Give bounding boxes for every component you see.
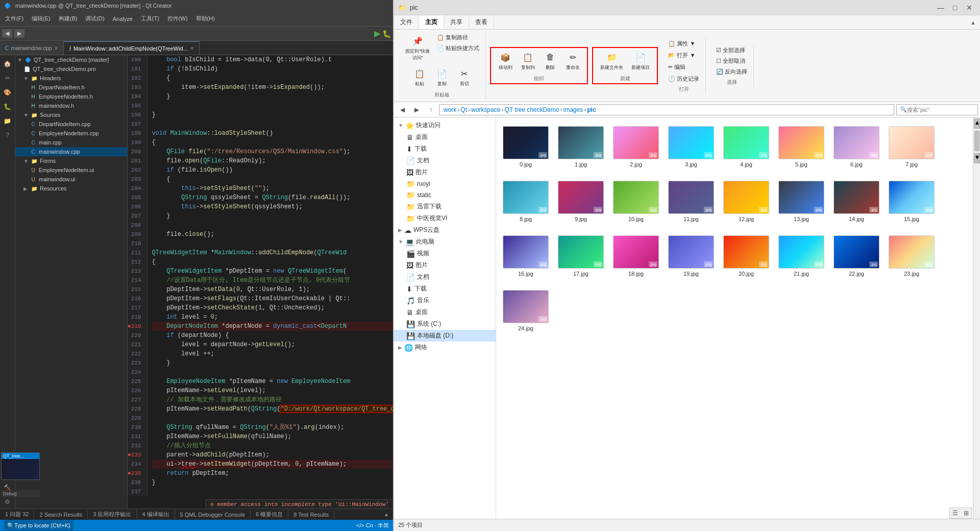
- forward-button[interactable]: ▶: [14, 29, 24, 38]
- menu-debug[interactable]: 调试(D): [82, 14, 107, 23]
- ribbon-delete[interactable]: 🗑 删除: [540, 49, 560, 73]
- tab-addchild[interactable]: ⨍ MainWindow::addChildEmpNode(QTreeWid..…: [64, 41, 200, 55]
- file-item-8.jpg[interactable]: .jpg 8.jpg: [500, 176, 551, 227]
- tree-mainwindow-cpp[interactable]: C mainwindow.cpp: [15, 147, 127, 156]
- path-work[interactable]: work: [444, 106, 456, 113]
- sidebar-debug[interactable]: 🐛: [1, 100, 14, 113]
- ribbon-open[interactable]: 📂 打开 ▼: [666, 51, 701, 60]
- menu-build[interactable]: 构建(B): [56, 14, 81, 23]
- status-code[interactable]: </> Cn · 半简: [356, 522, 389, 529]
- nav-up[interactable]: ↑: [425, 104, 437, 116]
- ribbon-select-all[interactable]: ☑ 全部选择: [714, 45, 749, 55]
- tab-close[interactable]: ✕: [54, 45, 58, 51]
- maximize-button[interactable]: □: [948, 1, 962, 14]
- file-item-4.jpg[interactable]: .jpg 4.jpg: [721, 122, 772, 172]
- file-item-23.jpg[interactable]: .jpg 23.jpg: [886, 231, 937, 281]
- ribbon-new-folder[interactable]: 📁 新建文件夹: [597, 49, 626, 73]
- tree-forms-folder[interactable]: ▼ 📁 Forms: [15, 156, 127, 165]
- tree-headers-folder[interactable]: ▼ 📁 Headers: [15, 74, 127, 83]
- file-item-7.jpg[interactable]: .jpg 7.jpg: [886, 122, 937, 172]
- file-item-14.jpg[interactable]: .jpg 14.jpg: [831, 176, 882, 227]
- tree-employee-h[interactable]: H EmployeeNodeItem.h: [15, 92, 127, 101]
- ribbon-deselect[interactable]: ☐ 全部取消: [714, 56, 749, 66]
- file-item-18.jpg[interactable]: .jpg 18.jpg: [610, 231, 662, 281]
- nav-documents[interactable]: 📄 文档: [394, 155, 496, 166]
- scroll-up[interactable]: ▲: [974, 118, 980, 129]
- minimize-button[interactable]: —: [934, 1, 947, 14]
- nav-xunlei[interactable]: 📁 迅雷下载: [394, 201, 496, 212]
- menu-tools[interactable]: 工具(T): [138, 14, 162, 23]
- file-item-1.jpg[interactable]: .jpg 1.jpg: [555, 122, 606, 172]
- nav-this-pc[interactable]: ▼ 💻 此电脑: [394, 236, 496, 248]
- ribbon-properties[interactable]: 📋 属性 ▼: [666, 39, 701, 49]
- nav-pictures[interactable]: 🖼 图片: [394, 166, 496, 178]
- path-project[interactable]: QT tree checkDemo: [504, 106, 559, 113]
- search-locate[interactable]: 🔍 Type to locate (Ctrl+K): [4, 520, 74, 531]
- sidebar-design[interactable]: 🎨: [1, 86, 14, 99]
- path-images[interactable]: images: [564, 106, 583, 113]
- scroll-thumb[interactable]: [974, 131, 979, 151]
- nav-down2[interactable]: ⬇ 下载: [394, 283, 496, 295]
- file-item-13.jpg[interactable]: .jpg 13.jpg: [776, 176, 827, 227]
- ribbon-tab-view[interactable]: 查看: [469, 15, 494, 29]
- ribbon-tab-home[interactable]: 主页: [419, 15, 444, 29]
- file-item-15.jpg[interactable]: .jpg 15.jpg: [886, 176, 937, 227]
- tab-app-output[interactable]: 3 应用程序输出: [88, 510, 137, 519]
- ribbon-copy-to[interactable]: 📋 复制到: [518, 49, 538, 73]
- path-pic[interactable]: pic: [587, 106, 596, 113]
- nav-music[interactable]: 🎵 音乐: [394, 295, 496, 306]
- file-item-24.jpg[interactable]: .jpg 24.jpg: [500, 285, 551, 336]
- tree-depart-h[interactable]: H DepartNodeItem.h: [15, 83, 127, 92]
- menu-analyze[interactable]: Analyze: [110, 15, 136, 23]
- ribbon-collapse[interactable]: ▲: [966, 15, 980, 29]
- menu-file[interactable]: 文件(F): [2, 14, 27, 23]
- scrollbar[interactable]: ▲ ▼: [973, 117, 980, 519]
- ribbon-tab-share[interactable]: 共享: [444, 15, 469, 29]
- ribbon-edit[interactable]: ✏ 编辑: [666, 62, 701, 72]
- ribbon-tab-file[interactable]: 文件: [394, 15, 419, 29]
- ribbon-invert[interactable]: 🔄 反向选择: [714, 67, 749, 77]
- ribbon-pin-quick[interactable]: 📌 固定到"快速访问": [402, 33, 433, 63]
- nav-back[interactable]: ◀: [396, 104, 408, 116]
- tree-depart-cpp[interactable]: C DepartNodeItem.cpp: [15, 119, 127, 129]
- sidebar-edit[interactable]: ✏: [1, 71, 14, 85]
- file-item-0.jpg[interactable]: .jpg 0.jpg: [500, 122, 551, 172]
- ribbon-copy-path[interactable]: 📋 复制路径: [435, 33, 481, 42]
- menu-edit[interactable]: 编辑(E): [29, 14, 54, 23]
- file-item-12.jpg[interactable]: .jpg 12.jpg: [721, 176, 772, 227]
- ribbon-move-to[interactable]: 📦 移动到: [495, 49, 516, 73]
- nav-pic2[interactable]: 🖼 图片: [394, 259, 496, 271]
- nav-zhongyi[interactable]: 📁 中医视觉VI: [394, 212, 496, 224]
- close-button[interactable]: ✕: [963, 1, 976, 14]
- file-item-16.jpg[interactable]: .jpg 16.jpg: [500, 231, 551, 281]
- tree-employee-ui[interactable]: U EmployeeNodeItem.ui: [15, 165, 127, 175]
- search-box[interactable]: 🔍: [896, 104, 978, 115]
- tab-overview[interactable]: 6 概要信息: [251, 510, 288, 519]
- tree-employee-cpp[interactable]: C EmployeeNodeItem.cpp: [15, 129, 127, 138]
- ribbon-cut[interactable]: ✂ 剪切: [454, 65, 475, 89]
- nav-desk2[interactable]: 🖥 桌面: [394, 306, 496, 318]
- tree-root[interactable]: ▼ 🔷 QT_tree_checkDemo [master]: [15, 55, 127, 64]
- ribbon-rename[interactable]: ✏ 重命名: [562, 49, 583, 73]
- tree-pro-file[interactable]: 📄 QT_tree_checkDemo.pro: [15, 64, 127, 74]
- sidebar-welcome[interactable]: 🏠: [1, 57, 14, 70]
- toolbar-run[interactable]: ▶: [374, 29, 380, 38]
- nav-downloads[interactable]: ⬇ 下载: [394, 143, 496, 155]
- back-button[interactable]: ◀: [2, 29, 12, 38]
- tab-search[interactable]: 2 Search Results: [34, 511, 88, 519]
- code-content-area[interactable]: bool bIsChild = item->data(0, Qt::UserRo…: [148, 55, 393, 496]
- nav-forward[interactable]: ▶: [410, 104, 423, 116]
- nav-local-d[interactable]: 💾 本地磁盘 (D:): [394, 330, 496, 342]
- nav-system-c[interactable]: 💾 系统 (C:): [394, 318, 496, 330]
- tab-close-active[interactable]: ✕: [190, 45, 194, 51]
- view-list[interactable]: ☰: [950, 508, 960, 518]
- file-item-17.jpg[interactable]: .jpg 17.jpg: [555, 231, 606, 281]
- code-editor[interactable]: 190 191 192 193 194 195 196 197 198 199 …: [128, 55, 393, 509]
- nav-wps-cloud[interactable]: ▶ ☁ WPS云盘: [394, 224, 496, 236]
- file-item-5.jpg[interactable]: .jpg 5.jpg: [776, 122, 827, 172]
- nav-doc2[interactable]: 📄 文档: [394, 271, 496, 283]
- ribbon-paste[interactable]: 📋 粘贴: [409, 65, 430, 89]
- scroll-down[interactable]: ▼: [974, 153, 980, 163]
- ribbon-copy[interactable]: 📄 复制: [432, 65, 452, 89]
- tree-main-cpp[interactable]: C main.cpp: [15, 138, 127, 147]
